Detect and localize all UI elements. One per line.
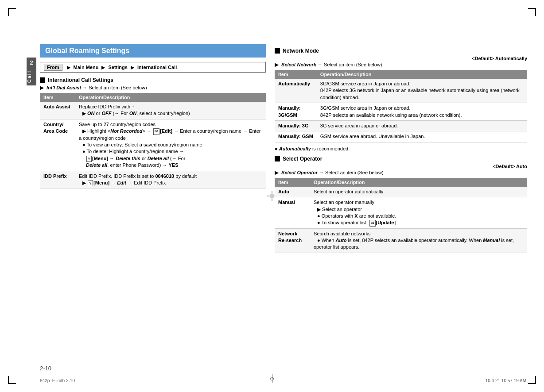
select-network-label: Select Network	[281, 62, 316, 67]
so-desc-manual: Select an operator manually ▶ Select an …	[310, 197, 527, 229]
select-operator-label: Select Operator	[281, 170, 318, 175]
breadcrumb-from: From	[44, 64, 62, 71]
gt-icon-3: ▶	[275, 170, 278, 175]
row-desc-idd-prefix: Edit IDD Prefix. IDD Prefix is set to 00…	[75, 171, 266, 188]
left-column: Global Roaming Settings From ▶ Main Menu…	[40, 44, 266, 192]
footer-right-label: 10.4.21 10:57:19 AM	[486, 378, 526, 383]
intl-dial-assist-label: Int'l Dial Assist	[47, 85, 81, 90]
page-number: 2-10	[40, 365, 51, 372]
nm-desc-gsm: GSM service area abroad. Unavailable in …	[317, 131, 527, 142]
corner-mark-br	[528, 376, 536, 384]
network-mode-default: <Default> Automatically	[275, 56, 527, 61]
nm-row-3ggsm: Manually:3G/GSM	[275, 103, 317, 121]
network-mode-square-icon	[275, 48, 280, 54]
nm-header-item: Item	[275, 70, 317, 79]
network-mode-note: ● Automatically is recommended.	[275, 146, 527, 151]
nm-row-gsm: Manually: GSM	[275, 131, 317, 142]
breadcrumb: From ▶ Main Menu ▶ Settings ▶ Internatio…	[40, 62, 266, 73]
breadcrumb-settings: Settings	[107, 65, 129, 70]
section-square-icon	[40, 77, 45, 83]
row-item-country-area: Country/Area Code	[40, 119, 75, 171]
breadcrumb-arrow-2: ▶	[101, 65, 105, 70]
table-row: Manually: 3G 3G service area in Japan or…	[275, 120, 527, 131]
table-row: Auto Assist Replace IDD Prefix with + ▶ …	[40, 102, 266, 119]
table-row: Manually:3G/GSM 3G/GSM service area in J…	[275, 103, 527, 121]
left-table-header-item: Item	[40, 93, 75, 102]
row-desc-country-area: Save up to 27 country/region codes ▶ Hig…	[75, 119, 266, 171]
nm-desc-3ggsm: 3G/GSM service area in Japan or abroad.8…	[317, 103, 527, 121]
select-operator-square-icon	[275, 156, 280, 161]
left-section-title: International Call Settings	[48, 77, 113, 83]
nm-row-auto: Automatically	[275, 79, 317, 103]
chapter-number: 2	[27, 58, 36, 68]
network-mode-header: Network Mode	[275, 48, 527, 54]
intl-dial-assist-text: → Select an item (See below)	[82, 85, 147, 90]
nm-desc-3g: 3G service area in Japan or abroad.	[317, 120, 527, 131]
network-mode-table: Item Operation/Description Automatically…	[275, 70, 527, 142]
table-row: Auto Select an operator automatically	[275, 187, 527, 197]
breadcrumb-arrow-1: ▶	[67, 65, 70, 70]
table-row: Manually: GSM GSM service area abroad. U…	[275, 131, 527, 142]
right-column: Network Mode <Default> Automatically ▶ S…	[275, 44, 527, 257]
select-operator-row: ▶ Select Operator → Select an item (See …	[275, 170, 527, 176]
table-row: Automatically 3G/GSM service area in Jap…	[275, 79, 527, 103]
so-desc-network-research: Search available networks ● When Auto is…	[310, 228, 527, 253]
chapter-label: Call	[27, 68, 36, 85]
select-network-row: ▶ Select Network → Select an item (See b…	[275, 62, 527, 68]
row-item-idd-prefix: IDD Prefix	[40, 171, 75, 188]
gt-icon: ▶	[40, 85, 43, 90]
table-row: IDD Prefix Edit IDD Prefix. IDD Prefix i…	[40, 171, 266, 188]
nm-header-desc: Operation/Description	[317, 70, 527, 79]
center-crosshair-circle	[270, 194, 274, 198]
left-section-header: International Call Settings	[40, 77, 266, 83]
select-operator-title: Select Operator	[283, 156, 322, 162]
breadcrumb-main-menu: Main Menu	[72, 65, 100, 70]
corner-mark-bl	[8, 376, 16, 384]
network-mode-title: Network Mode	[283, 48, 319, 54]
table-row: Manual Select an operator manually ▶ Sel…	[275, 197, 527, 229]
breadcrumb-international-call: International Call	[136, 65, 177, 70]
footer-left-label: 842p_E.indb 2-10	[40, 378, 75, 383]
select-network-text: → Select an item (See below)	[318, 62, 382, 67]
nm-row-3g: Manually: 3G	[275, 120, 317, 131]
row-desc-auto-assist: Replace IDD Prefix with + ▶ ON or OFF (→…	[75, 102, 266, 119]
table-row: Country/Area Code Save up to 27 country/…	[40, 119, 266, 171]
corner-mark-tr	[528, 8, 536, 16]
so-desc-auto: Select an operator automatically	[310, 187, 527, 197]
so-header-desc: Operation/Description	[310, 178, 527, 187]
breadcrumb-arrow-3: ▶	[131, 65, 134, 70]
select-operator-header: Select Operator	[275, 156, 527, 162]
row-item-auto-assist: Auto Assist	[40, 102, 75, 119]
select-operator-table: Item Operation/Description Auto Select a…	[275, 178, 527, 253]
column-divider	[266, 44, 266, 365]
left-table-header-desc: Operation/Description	[75, 93, 266, 102]
chapter-tab: 2 Call	[27, 58, 36, 85]
so-row-manual: Manual	[275, 197, 310, 229]
nm-desc-auto: 3G/GSM service area in Japan or abroad.8…	[317, 79, 527, 103]
so-header-item: Item	[275, 178, 310, 187]
intl-dial-assist-row: ▶ Int'l Dial Assist → Select an item (Se…	[40, 85, 266, 91]
gt-icon-2: ▶	[275, 62, 278, 67]
select-operator-default: <Default> Auto	[275, 164, 527, 169]
so-row-network-research: NetworkRe-search	[275, 228, 310, 253]
table-row: NetworkRe-search Search available networ…	[275, 228, 527, 253]
left-table: Item Operation/Description Auto Assist R…	[40, 93, 266, 188]
select-operator-text: → Select an item (See below)	[319, 170, 384, 175]
page-title: Global Roaming Settings	[40, 44, 266, 58]
corner-mark-tl	[8, 8, 16, 16]
so-row-auto: Auto	[275, 187, 310, 197]
